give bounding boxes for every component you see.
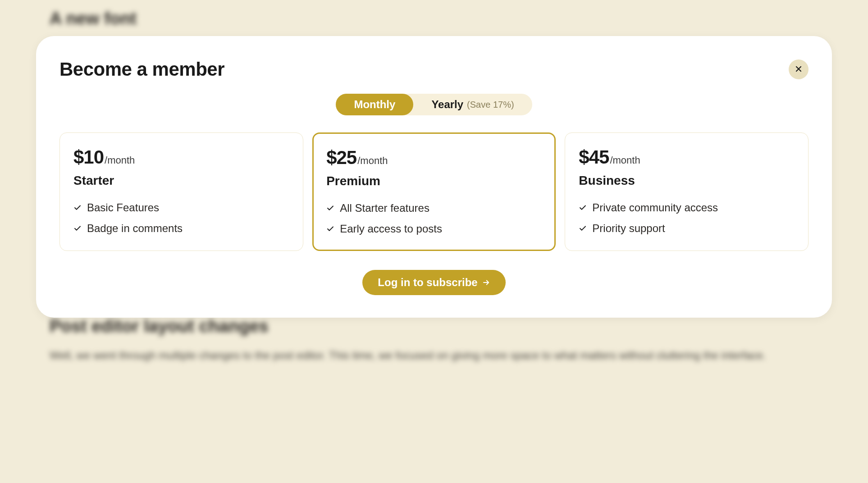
check-icon bbox=[579, 204, 587, 212]
plan-feature: Priority support bbox=[579, 222, 795, 235]
plan-features: Basic FeaturesBadge in comments bbox=[73, 201, 289, 235]
price-row: $45/month bbox=[579, 146, 795, 168]
plan-feature-text: Private community access bbox=[592, 201, 718, 214]
toggle-monthly[interactable]: Monthly bbox=[336, 94, 413, 115]
plans-grid: $10/monthStarterBasic FeaturesBadge in c… bbox=[59, 132, 809, 251]
plan-feature: All Starter features bbox=[326, 202, 542, 214]
plan-card-starter[interactable]: $10/monthStarterBasic FeaturesBadge in c… bbox=[59, 132, 303, 251]
plan-name: Starter bbox=[73, 173, 289, 188]
check-icon bbox=[326, 225, 334, 233]
plan-feature-text: Basic Features bbox=[87, 201, 159, 214]
check-icon bbox=[73, 204, 82, 212]
close-button[interactable] bbox=[789, 59, 809, 79]
modal-title: Become a member bbox=[59, 59, 224, 80]
arrow-right-icon bbox=[482, 278, 490, 287]
price-row: $10/month bbox=[73, 146, 289, 168]
toggle-monthly-label: Monthly bbox=[354, 98, 395, 111]
cta-label: Log in to subscribe bbox=[378, 276, 477, 289]
check-icon bbox=[73, 224, 82, 232]
close-icon bbox=[795, 64, 802, 75]
plan-price: $10 bbox=[73, 146, 104, 168]
plan-name: Business bbox=[579, 173, 795, 188]
toggle-yearly-label: Yearly bbox=[431, 98, 463, 111]
plan-name: Premium bbox=[326, 174, 542, 188]
plan-feature-text: Badge in comments bbox=[87, 222, 183, 235]
plan-features: All Starter featuresEarly access to post… bbox=[326, 202, 542, 235]
toggle-yearly[interactable]: Yearly (Save 17%) bbox=[413, 94, 532, 115]
price-row: $25/month bbox=[326, 147, 542, 169]
bg-heading: Post editor layout changes bbox=[50, 317, 818, 336]
login-subscribe-button[interactable]: Log in to subscribe bbox=[362, 270, 505, 295]
plan-price: $25 bbox=[326, 147, 356, 169]
membership-modal: Become a member Monthly Yearly (Save 17%… bbox=[36, 36, 832, 318]
plan-feature: Private community access bbox=[579, 201, 795, 214]
plan-price: $45 bbox=[579, 146, 609, 168]
modal-header: Become a member bbox=[59, 59, 809, 80]
bg-heading: A new font bbox=[50, 9, 818, 28]
plan-features: Private community accessPriority support bbox=[579, 201, 795, 235]
plan-feature-text: Priority support bbox=[592, 222, 665, 235]
plan-feature-text: Early access to posts bbox=[340, 223, 442, 235]
plan-period: /month bbox=[610, 155, 640, 166]
plan-feature: Basic Features bbox=[73, 201, 289, 214]
bg-paragraph: Well, we went through multiple changes t… bbox=[50, 347, 818, 364]
billing-toggle: Monthly Yearly (Save 17%) bbox=[59, 94, 809, 115]
plan-period: /month bbox=[105, 155, 135, 166]
plan-feature: Early access to posts bbox=[326, 223, 542, 235]
billing-toggle-track: Monthly Yearly (Save 17%) bbox=[336, 94, 532, 115]
cta-row: Log in to subscribe bbox=[59, 270, 809, 295]
toggle-yearly-note: (Save 17%) bbox=[467, 100, 514, 110]
plan-card-premium[interactable]: $25/monthPremiumAll Starter featuresEarl… bbox=[312, 132, 556, 251]
plan-card-business[interactable]: $45/monthBusinessPrivate community acces… bbox=[565, 132, 809, 251]
check-icon bbox=[579, 224, 587, 232]
plan-feature: Badge in comments bbox=[73, 222, 289, 235]
plan-period: /month bbox=[357, 155, 388, 167]
plan-feature-text: All Starter features bbox=[340, 202, 429, 214]
check-icon bbox=[326, 204, 334, 212]
